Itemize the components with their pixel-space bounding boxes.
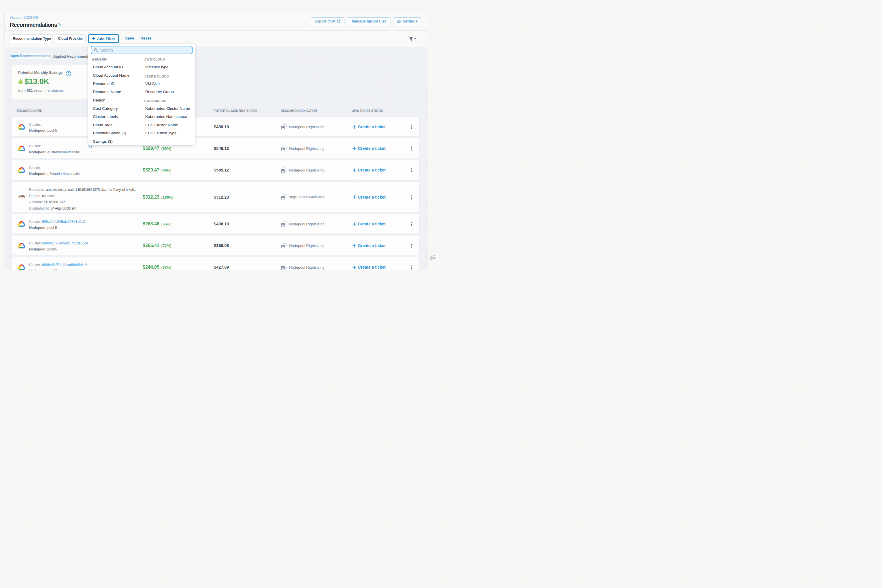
svg-text:aws: aws <box>18 194 26 198</box>
